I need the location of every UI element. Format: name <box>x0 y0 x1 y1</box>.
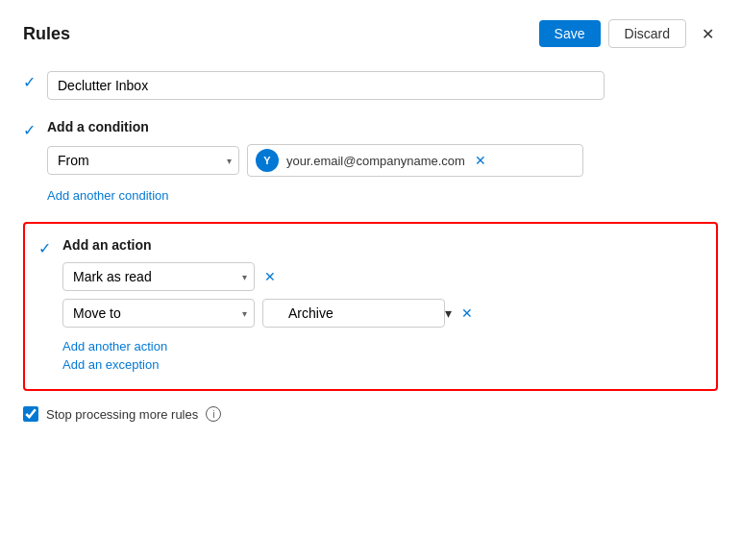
add-condition-button[interactable]: Add another condition <box>47 188 168 203</box>
stop-processing-label: Stop processing more rules <box>46 407 198 422</box>
rules-dialog: Rules Save Discard ✕ ✓ ✓ Add a condition <box>0 0 741 560</box>
action1-select-wrapper: Mark as read Move to Delete ▾ <box>62 262 255 291</box>
close-button[interactable]: ✕ <box>698 21 718 47</box>
action2-select-wrapper: Move to Mark as read Delete ▾ <box>62 299 255 328</box>
rule-name-content <box>47 71 718 100</box>
action-content: Add an action Mark as read Move to Delet… <box>62 237 703 372</box>
rule-name-input[interactable] <box>47 71 605 100</box>
footer-row: Stop processing more rules i <box>23 406 718 422</box>
add-action-button[interactable]: Add another action <box>62 339 167 353</box>
condition-section: ✓ Add a condition From ▾ Y your.email@co… <box>23 119 718 203</box>
action-header-row: ✓ Add an action Mark as read Move to Del… <box>25 237 703 372</box>
email-avatar: Y <box>256 149 279 172</box>
check-icon-condition: ✓ <box>23 121 36 139</box>
remove-action2-button[interactable]: ✕ <box>459 304 475 322</box>
rule-name-section: ✓ <box>23 71 718 100</box>
archive-select-wrapper: ⊟ Archive Inbox Sent ▾ <box>262 299 452 328</box>
remove-action1-button[interactable]: ✕ <box>262 268 278 285</box>
save-button[interactable]: Save <box>539 20 601 47</box>
archive-chevron-icon: ▾ <box>445 305 452 321</box>
action1-select[interactable]: Mark as read Move to Delete <box>62 262 255 291</box>
email-tag-container: Y your.email@companyname.com ✕ <box>247 144 583 177</box>
stop-processing-checkbox[interactable] <box>23 406 38 422</box>
action1-row: Mark as read Move to Delete ▾ ✕ <box>62 262 703 291</box>
condition-header-row: ✓ Add a condition From ▾ Y your.email@co… <box>23 119 718 203</box>
rule-name-row: ✓ <box>23 71 718 100</box>
dialog-header: Rules Save Discard ✕ <box>23 19 718 48</box>
remove-email-button[interactable]: ✕ <box>473 152 488 169</box>
archive-select[interactable]: Archive Inbox Sent <box>262 299 445 328</box>
dialog-title: Rules <box>23 24 539 44</box>
discard-button[interactable]: Discard <box>608 19 686 48</box>
action2-row: Move to Mark as read Delete ▾ ⊟ Archive … <box>62 299 703 328</box>
email-value: your.email@companyname.com <box>286 154 465 168</box>
action2-select[interactable]: Move to Mark as read Delete <box>62 299 255 328</box>
info-icon[interactable]: i <box>206 406 221 422</box>
from-select[interactable]: From <box>47 146 239 175</box>
from-select-wrapper: From ▾ <box>47 146 239 175</box>
check-icon-action: ✓ <box>38 239 51 257</box>
header-actions: Save Discard ✕ <box>539 19 718 48</box>
add-exception-button[interactable]: Add an exception <box>62 357 159 372</box>
condition-label: Add a condition <box>47 119 718 134</box>
action-label: Add an action <box>62 237 703 253</box>
check-icon-name: ✓ <box>23 73 36 91</box>
condition-row: From ▾ Y your.email@companyname.com ✕ <box>47 144 718 177</box>
condition-content: Add a condition From ▾ Y your.email@comp… <box>47 119 718 203</box>
action-section: ✓ Add an action Mark as read Move to Del… <box>23 222 718 391</box>
